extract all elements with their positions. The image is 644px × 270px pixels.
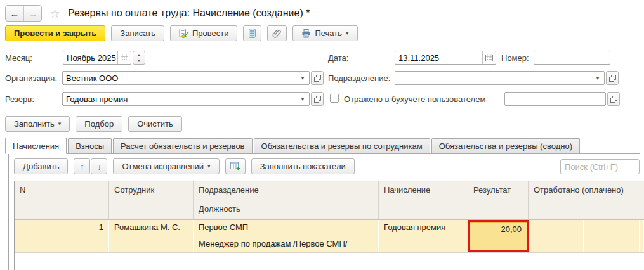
change-form-button[interactable] [225,158,246,174]
tab-panel-border [8,154,9,270]
reflected-checkbox[interactable] [330,94,339,103]
chevron-down-icon[interactable]: ▾ [591,72,604,84]
tab-contributions[interactable]: Взносы [68,138,112,153]
save-button[interactable]: Записать [111,25,164,41]
stepper-down-icon[interactable]: ▼ [137,58,141,63]
post-document-icon [179,29,188,38]
document-window: ← → ☆ Резервы по оплате труда: Начислени… [0,0,644,270]
favorite-star-icon[interactable]: ☆ [49,8,60,20]
cell-edge [640,220,644,252]
calendar-icon[interactable] [117,51,131,64]
reflected-field[interactable] [504,92,606,106]
col-header-accrual[interactable]: Начисление [379,181,468,219]
post-and-close-button[interactable]: Провести и закрыть [5,25,105,41]
organization-open-button[interactable] [311,71,324,85]
reserve-label: Резерв: [5,94,34,104]
month-stepper[interactable]: ▲ ▼ [133,51,145,65]
open-value-icon [609,75,616,82]
cell-worked[interactable] [529,220,584,252]
number-label: Номер: [501,53,529,63]
clear-button[interactable]: Очистить [128,116,182,132]
cell-worked-extra[interactable] [584,220,640,252]
attachments-button[interactable] [267,25,287,41]
register-records-button[interactable] [243,25,261,41]
col-header-n[interactable]: N [15,181,109,219]
move-down-button[interactable]: ↓ [91,158,107,174]
table-header-row: N Сотрудник Подразделение Должность Начи… [15,181,644,220]
title-bar: ← → ☆ Резервы по оплате труда: Начислени… [5,5,310,22]
fill-button[interactable]: Заполнить▾ [5,116,70,132]
table-toolbar: Добавить ↑ ↓ Отмена исправлений▾ Заполни… [14,158,355,174]
reflected-open-button[interactable] [607,92,620,106]
open-value-icon [314,75,321,82]
undo-caret-icon: ▾ [207,164,211,169]
table-plus-icon [230,162,240,171]
undo-corrections-button[interactable]: Отмена исправлений▾ [113,158,219,174]
command-bar: Провести и закрыть Записать Провести Печ… [5,25,358,41]
col-header-department-position[interactable]: Подразделение Должность [194,181,379,219]
forward-icon: → [28,8,37,19]
tab-accruals[interactable]: Начисления [5,138,67,154]
number-field[interactable] [534,51,610,65]
calendar-icon[interactable] [482,51,496,64]
col-header-employee[interactable]: Сотрудник [109,181,194,219]
tab-liability-calc[interactable]: Расчет обязательств и резервов [113,138,252,153]
move-up-button[interactable]: ↑ [74,158,90,174]
cell-department-position[interactable]: Первое СМП Менеджер по продажам /Первое … [194,220,379,252]
date-label: Дата: [328,53,348,63]
reserve-field[interactable]: Годовая премия ▾ [62,92,310,106]
back-icon: ← [10,8,20,19]
reflected-label: Отражено в бухучете пользователем [344,94,485,104]
print-button[interactable]: Печать ▾ [292,25,357,41]
cell-n[interactable]: 1 [15,220,109,252]
printer-icon [301,29,311,38]
organization-field[interactable]: Вестник ООО ▾ [62,71,310,85]
cell-employee[interactable]: Ромашкина М. С. [109,220,194,252]
month-label: Месяц: [5,53,32,63]
col-header-worked[interactable]: Отработано (оплачено) [529,181,644,219]
accruals-table: N Сотрудник Подразделение Должность Начи… [14,181,644,270]
organization-label: Организация: [5,74,57,83]
search-input[interactable] [560,159,640,174]
tab-strip: Начисления Взносы Расчет обязательств и … [5,138,640,154]
department-open-button[interactable] [606,71,619,85]
arrow-down-icon: ↓ [97,162,102,172]
register-list-icon [248,29,256,38]
chevron-down-icon[interactable]: ▾ [296,72,309,84]
fill-indicators-button[interactable]: Заполнить показатели [251,158,355,174]
open-value-icon [610,96,617,103]
fill-actions-bar: Заполнить▾ Подбор Очистить [5,116,182,132]
add-row-button[interactable]: Добавить [14,158,68,174]
paperclip-icon [272,29,282,38]
department-field[interactable]: ▾ [395,71,605,85]
page-title: Резервы по оплате труда: Начисление (соз… [68,8,310,19]
cell-accrual[interactable]: Годовая премия [379,220,468,252]
reserve-open-button[interactable] [311,92,324,106]
col-header-result[interactable]: Результат [468,181,529,219]
pick-button[interactable]: Подбор [76,116,122,132]
department-label: Подразделение: [328,74,390,83]
back-button[interactable]: ← [6,6,23,21]
chevron-down-icon[interactable]: ▾ [296,93,309,105]
tab-liabilities-summary[interactable]: Обязательства и резервы (сводно) [431,138,580,153]
cell-result-highlighted[interactable]: 20,00 [468,220,529,252]
print-caret-icon: ▾ [346,30,349,36]
stepper-up-icon[interactable]: ▲ [137,52,141,58]
move-buttons: ↑ ↓ [74,158,107,174]
table-row[interactable]: 1 Ромашкина М. С. Первое СМП Менеджер по… [15,220,644,253]
date-field[interactable]: 13.11.2025 [395,51,496,65]
month-field[interactable]: Ноябрь 2025 [63,51,131,65]
nav-group: ← → [5,5,42,22]
tab-liabilities-by-employee[interactable]: Обязательства и резервы по сотрудникам [254,138,430,153]
fill-caret-icon: ▾ [58,121,62,127]
forward-button[interactable]: → [23,6,41,21]
arrow-up-icon: ↑ [80,162,84,172]
post-button[interactable]: Провести [170,25,238,41]
open-value-icon [314,96,321,103]
